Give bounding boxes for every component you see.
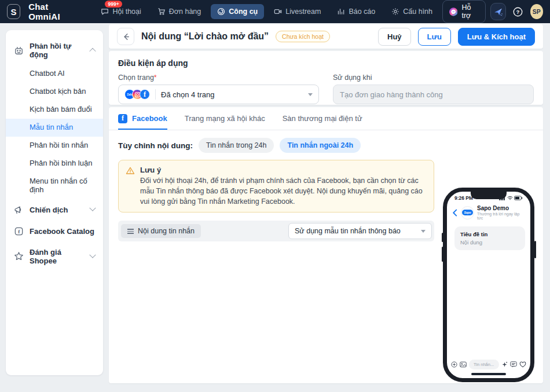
- photo-icon[interactable]: [460, 361, 467, 368]
- customize-label: Tùy chỉnh nội dung:: [118, 141, 193, 150]
- svg-text:f: f: [18, 229, 20, 235]
- phone-back-icon[interactable]: [452, 209, 458, 217]
- unread-count-badge: 999+: [105, 1, 122, 8]
- phone-frame: 9:26 PM Sapo Sapo Demo Thường trả lời ng…: [443, 188, 534, 382]
- messenger-icon: [449, 7, 457, 17]
- notice-body: Đối với hội thoại 24h, để tránh vi phạm …: [140, 175, 427, 207]
- sidebar-item-message-template[interactable]: Mẫu tin nhắn: [6, 119, 103, 137]
- phone-contact-status: Thường trả lời ngay lập tức: [477, 212, 525, 220]
- svg-text:?: ?: [516, 9, 520, 14]
- tab-label: Sàn thương mại điện tử: [283, 114, 362, 123]
- required-mark: *: [154, 74, 157, 82]
- paper-plane-icon: [493, 7, 503, 17]
- block-label: Nội dung tin nhắn: [138, 227, 195, 235]
- app-logo[interactable]: S: [7, 4, 20, 19]
- page-select-field: Chọn trang* Zalo f Đã chọn 4 trang: [118, 74, 319, 104]
- nav-orders[interactable]: Đơn hàng: [151, 4, 207, 19]
- page-header: Nội dung “Lời chào mở đầu” Chưa kích hoạ…: [109, 24, 543, 49]
- section-label: Chiến dịch: [30, 206, 85, 214]
- user-avatar[interactable]: SP: [530, 4, 544, 19]
- phone-notch: [471, 192, 507, 199]
- nav-tools[interactable]: Công cụ: [211, 4, 264, 19]
- facebook-icon: f: [140, 89, 150, 100]
- sidebar-section-shopee-review[interactable]: Đánh giá Shopee: [6, 242, 103, 271]
- chevron-up-icon: [89, 48, 96, 54]
- pill-in-24h[interactable]: Tin nhắn trong 24h: [199, 138, 274, 153]
- template-select-value: Sử dụng mẫu tin nhắn thông báo: [295, 227, 416, 235]
- nav-settings[interactable]: Cấu hình: [385, 4, 439, 19]
- sidebar-item-persistent-menu[interactable]: Menu tin nhắn cố định: [6, 173, 103, 199]
- status-badge: Chưa kích hoạt: [276, 31, 330, 42]
- message-block-handle[interactable]: Nội dung tin nhắn: [121, 224, 201, 238]
- sidebar-item-message-reply[interactable]: Phản hồi tin nhắn: [6, 137, 103, 155]
- megaphone-icon: [14, 205, 24, 215]
- phone-message-body: Nội dung: [460, 239, 519, 246]
- sparkle-icon[interactable]: [501, 361, 508, 368]
- usage-field: Sử dụng khi Tạo đơn giao hàng thành công: [333, 74, 534, 104]
- nav-label: Đơn hàng: [169, 8, 201, 16]
- nav-label: Báo cáo: [349, 8, 375, 16]
- sidebar-section-campaign[interactable]: Chiến dịch: [6, 199, 103, 221]
- customize-row: Tùy chỉnh nội dung: Tin nhắn trong 24h T…: [118, 138, 434, 153]
- cancel-button[interactable]: Huỷ: [378, 28, 411, 46]
- warning-icon: [126, 166, 135, 175]
- nav-reports[interactable]: Báo cáo: [331, 4, 382, 19]
- app-title: Chat OmniAI: [28, 2, 76, 21]
- wifi-icon: [507, 196, 513, 200]
- notice-title: Lưu ý: [140, 166, 427, 174]
- sidebar-section-facebook-catalog[interactable]: f Facebook Catalog: [6, 221, 103, 242]
- phone-message-input[interactable]: Tin nhắn...: [469, 360, 499, 369]
- sidebar-section-auto-reply[interactable]: Phản hồi tự động: [6, 36, 103, 65]
- star-icon: [14, 251, 24, 261]
- sidebar-item-followup-script[interactable]: Kịch bản bám đuổi: [6, 101, 103, 119]
- chat-square-icon[interactable]: [510, 361, 517, 368]
- nav-label: Livestream: [285, 8, 321, 16]
- help-button[interactable]: ?: [511, 3, 526, 20]
- chevron-down-icon: [421, 230, 426, 233]
- page-select[interactable]: Zalo f Đã chọn 4 trang: [118, 85, 319, 104]
- video-icon: [274, 8, 282, 16]
- tools-icon: [217, 8, 225, 16]
- tab-ecommerce[interactable]: Sàn thương mại điện tử: [283, 107, 362, 130]
- tab-other-social[interactable]: Trang mạng xã hội khác: [185, 107, 265, 130]
- channel-icons: Zalo f: [124, 89, 150, 100]
- phone-preview: 9:26 PM Sapo Sapo Demo Thường trả lời ng…: [443, 188, 534, 382]
- conditions-card: Điều kiện áp dụng Chọn trang* Zalo f Đã …: [109, 51, 543, 105]
- sidebar-subitems: Chatbot AI Chatbot kịch bản Kịch bản bám…: [6, 65, 103, 199]
- phone-message-title: Tiêu đề tin: [460, 231, 519, 237]
- phone-chat-header: Sapo Sapo Demo Thường trả lời ngay lập t…: [447, 201, 530, 224]
- pill-out-24h[interactable]: Tin nhắn ngoài 24h: [280, 138, 361, 153]
- sidebar-item-chatbot-script[interactable]: Chatbot kịch bản: [6, 83, 103, 101]
- tab-facebook[interactable]: f Facebook: [118, 107, 167, 130]
- save-activate-button[interactable]: Lưu & Kích hoạt: [458, 28, 535, 46]
- divider: [155, 89, 156, 100]
- nav-label: Cấu hình: [403, 8, 432, 16]
- main-nav: 999+ Hội thoại Đơn hàng Công cụ Livestre…: [94, 4, 439, 19]
- editor-column: Tùy chỉnh nội dung: Tin nhắn trong 24h T…: [109, 138, 434, 241]
- sidebar-item-chatbot-ai[interactable]: Chatbot AI: [6, 65, 103, 83]
- gear-icon: [391, 8, 399, 16]
- chevron-down-icon: [89, 251, 96, 258]
- back-button[interactable]: [117, 28, 134, 45]
- top-bar: S Chat OmniAI 999+ Hội thoại Đơn hàng Cô…: [0, 0, 550, 23]
- sidebar-item-comment-reply[interactable]: Phản hồi bình luận: [6, 155, 103, 173]
- usage-label: Sử dụng khi: [333, 74, 534, 82]
- tab-label: Trang mạng xã hội khác: [185, 114, 265, 123]
- nav-livestream[interactable]: Livestream: [267, 4, 327, 19]
- chevron-down-icon: [308, 93, 313, 96]
- message-block-row: Nội dung tin nhắn Sử dụng mẫu tin nhắn t…: [118, 221, 434, 241]
- phone-time: 9:26 PM: [454, 195, 473, 201]
- avatar-initials: SP: [533, 8, 541, 15]
- content-card: f Facebook Trang mạng xã hội khác Sàn th…: [109, 107, 543, 383]
- save-button[interactable]: Lưu: [418, 28, 451, 46]
- usage-input-disabled: Tạo đơn giao hàng thành công: [333, 85, 534, 104]
- plus-circle-icon[interactable]: [451, 361, 457, 368]
- template-select[interactable]: Sử dụng mẫu tin nhắn thông báo: [288, 223, 432, 239]
- nav-conversations[interactable]: 999+ Hội thoại: [94, 4, 147, 19]
- topbar-actions: Hỗ trợ ? SP: [442, 0, 543, 23]
- heart-icon[interactable]: [519, 361, 526, 368]
- support-label: Hỗ trợ: [461, 3, 479, 20]
- ai-assistant-button[interactable]: [490, 3, 505, 20]
- support-button[interactable]: Hỗ trợ: [442, 0, 486, 23]
- page-select-value: Đã chọn 4 trang: [161, 90, 303, 99]
